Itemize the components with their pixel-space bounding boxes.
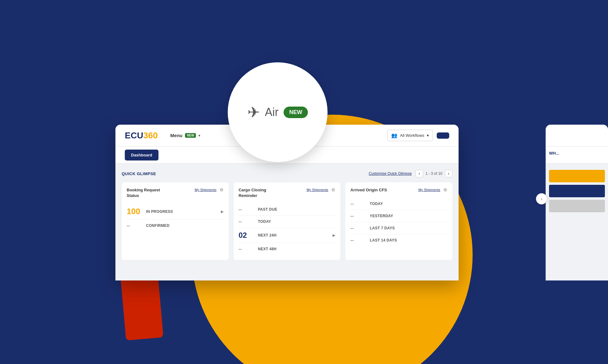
- cargo-today-count: --: [239, 219, 254, 224]
- booking-request-title: Booking Request Status: [127, 187, 170, 199]
- arrived-yesterday-count: --: [350, 213, 366, 219]
- arrived-last7-row: -- LAST 7 DAYS: [350, 222, 447, 234]
- arrived-origin-header-right: My Shipments ⚙: [418, 187, 447, 192]
- arrived-last14-count: --: [350, 237, 366, 243]
- wh-bar-blue: [549, 185, 605, 197]
- action-button[interactable]: [437, 132, 449, 139]
- cargo-next24-arrow-icon[interactable]: ▶: [333, 233, 335, 237]
- in-progress-arrow-icon[interactable]: ▶: [221, 209, 224, 214]
- workflows-chevron-icon: ▾: [427, 133, 429, 138]
- customise-link[interactable]: Customise Quick Glimpse: [369, 171, 412, 176]
- booking-request-header-right: My Shipments ⚙: [195, 187, 224, 192]
- menu-new-badge: NEW: [185, 133, 196, 138]
- cargo-closing-card: Cargo Closing Reminder My Shipments ⚙ --…: [234, 182, 341, 260]
- cards-row: Booking Request Status My Shipments ⚙ 10…: [122, 182, 452, 260]
- shipments-text: Shipments: [504, 270, 536, 277]
- menu-label: Menu: [170, 133, 182, 138]
- pagination-controls: ‹ 1 - 3 of 10 ›: [416, 170, 452, 177]
- workflows-select[interactable]: 👥 All Workflows ▾: [387, 130, 433, 141]
- in-progress-label: IN PROGRESS: [146, 209, 217, 214]
- arrived-today-count: --: [350, 201, 366, 207]
- arrived-origin-card-header: Arrived Origin CFS My Shipments ⚙: [350, 187, 447, 193]
- cargo-closing-title: Cargo Closing Reminder: [239, 187, 282, 199]
- booking-request-card: Booking Request Status My Shipments ⚙ 10…: [122, 182, 229, 260]
- right-panel-content: [546, 164, 608, 218]
- wh-bar-orange: [549, 170, 605, 182]
- arrived-yesterday-row: -- YESTERDAY: [350, 210, 447, 222]
- booking-gear-icon[interactable]: ⚙: [220, 187, 224, 192]
- menu-chevron-icon: ▾: [198, 133, 200, 138]
- right-panel-nav: WH...: [546, 146, 608, 164]
- right-panel: WH...: [546, 125, 608, 280]
- air-feature-circle: ✈ Air NEW: [228, 62, 328, 162]
- cargo-next48-row: -- NEXT 48H: [239, 243, 336, 255]
- booking-request-card-header: Booking Request Status My Shipments ⚙: [127, 187, 224, 199]
- logo-360: 360: [143, 131, 158, 141]
- pagination-next-btn[interactable]: ›: [445, 170, 452, 177]
- cargo-next48-label: NEXT 48H: [258, 247, 336, 251]
- air-label: Air: [265, 106, 279, 119]
- quick-glimpse-section: QUICK GLIMPSE Customise Quick Glimpse ‹ …: [115, 164, 459, 266]
- header-right: 👥 All Workflows ▾: [387, 130, 449, 141]
- arrived-yesterday-label: YESTERDAY: [370, 214, 447, 218]
- arrived-today-row: -- TODAY: [350, 198, 447, 210]
- quick-glimpse-header: QUICK GLIMPSE Customise Quick Glimpse ‹ …: [122, 170, 452, 177]
- booking-confirmed-row: -- CONFIRMED: [127, 220, 224, 232]
- confirmed-count: --: [127, 223, 142, 228]
- booking-in-progress-row: 100 IN PROGRESS ▶: [127, 204, 224, 220]
- cargo-next24-label: NEXT 24H: [258, 233, 329, 237]
- right-panel-wh-header: WH...: [549, 151, 559, 156]
- confirmed-label: CONFIRMED: [146, 223, 224, 228]
- cargo-my-shipments-link[interactable]: My Shipments: [307, 188, 328, 192]
- pagination-text: 1 - 3 of 10: [426, 171, 442, 176]
- quick-glimpse-controls: Customise Quick Glimpse ‹ 1 - 3 of 10 ›: [369, 170, 452, 177]
- cargo-closing-card-header: Cargo Closing Reminder My Shipments ⚙: [239, 187, 336, 199]
- panel-expand-arrow[interactable]: ›: [536, 193, 547, 204]
- cargo-past-due-row: -- PAST DUE: [239, 204, 336, 216]
- cargo-today-label: TODAY: [258, 219, 336, 224]
- air-new-badge: NEW: [284, 107, 308, 118]
- arrived-origin-card: Arrived Origin CFS My Shipments ⚙ -- TOD…: [345, 182, 452, 260]
- cargo-next24-row: 02 NEXT 24H ▶: [239, 228, 336, 243]
- cargo-gear-icon[interactable]: ⚙: [331, 187, 335, 192]
- cargo-next48-count: --: [239, 246, 254, 252]
- arrived-last7-count: --: [350, 225, 366, 231]
- arrived-last14-row: -- LAST 14 DAYS: [350, 234, 447, 246]
- right-panel-header: [546, 125, 608, 146]
- cargo-next24-count: 02: [239, 231, 254, 240]
- arrived-my-shipments-link[interactable]: My Shipments: [418, 188, 440, 192]
- booking-my-shipments-link[interactable]: My Shipments: [195, 188, 216, 192]
- cargo-past-due-label: PAST DUE: [258, 207, 336, 212]
- arrived-origin-title: Arrived Origin CFS: [350, 187, 387, 193]
- quick-glimpse-title: QUICK GLIMPSE: [122, 171, 156, 176]
- in-progress-count: 100: [127, 207, 142, 216]
- cargo-closing-header-right: My Shipments ⚙: [307, 187, 336, 192]
- arrived-today-label: TODAY: [370, 202, 447, 206]
- menu-area[interactable]: Menu NEW ▾: [170, 133, 201, 138]
- arrived-last7-label: LAST 7 DAYS: [370, 226, 447, 230]
- plane-icon: ✈: [247, 103, 260, 121]
- app-logo: ECU 360: [125, 131, 158, 141]
- arrived-gear-icon[interactable]: ⚙: [443, 187, 447, 192]
- workflows-label: All Workflows: [400, 133, 424, 138]
- arrived-last14-label: LAST 14 DAYS: [370, 238, 447, 242]
- logo-ecu: ECU: [125, 131, 143, 141]
- wh-bar-gray: [549, 200, 605, 212]
- cargo-past-due-count: --: [239, 207, 254, 212]
- pagination-prev-btn[interactable]: ‹: [416, 170, 423, 177]
- nav-tab-dashboard[interactable]: Dashboard: [125, 150, 158, 160]
- workflows-icon: 👥: [391, 132, 397, 138]
- cargo-today-row: -- TODAY: [239, 216, 336, 228]
